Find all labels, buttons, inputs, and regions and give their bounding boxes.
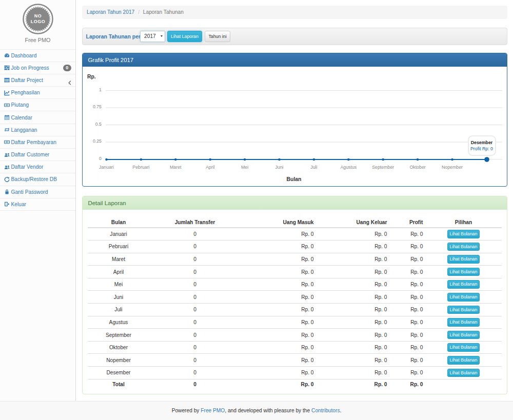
svg-text:LOGO: LOGO: [30, 19, 45, 24]
svg-text:September: September: [372, 165, 394, 170]
svg-text:Bulan: Bulan: [286, 176, 301, 182]
svg-text:Rp.: Rp.: [87, 74, 96, 79]
svg-text:Juli: Juli: [310, 165, 317, 170]
svg-text:Mei: Mei: [241, 165, 248, 170]
svg-text:Maret: Maret: [170, 165, 182, 170]
svg-text:0.25: 0.25: [92, 138, 101, 144]
svg-text:0.5: 0.5: [95, 122, 101, 127]
svg-text:Pebruari: Pebruari: [132, 165, 149, 170]
svg-text:Juni: Juni: [275, 165, 283, 170]
svg-text:1: 1: [99, 87, 102, 92]
svg-text:Nopember: Nopember: [441, 165, 462, 170]
svg-text:Agustus: Agustus: [340, 165, 357, 170]
svg-text:0: 0: [99, 156, 102, 161]
svg-text:NO: NO: [34, 13, 42, 18]
svg-text:Januari: Januari: [99, 165, 114, 170]
svg-text:Oktober: Oktober: [409, 165, 425, 170]
svg-text:0.75: 0.75: [92, 104, 101, 109]
svg-text:April: April: [205, 165, 214, 170]
